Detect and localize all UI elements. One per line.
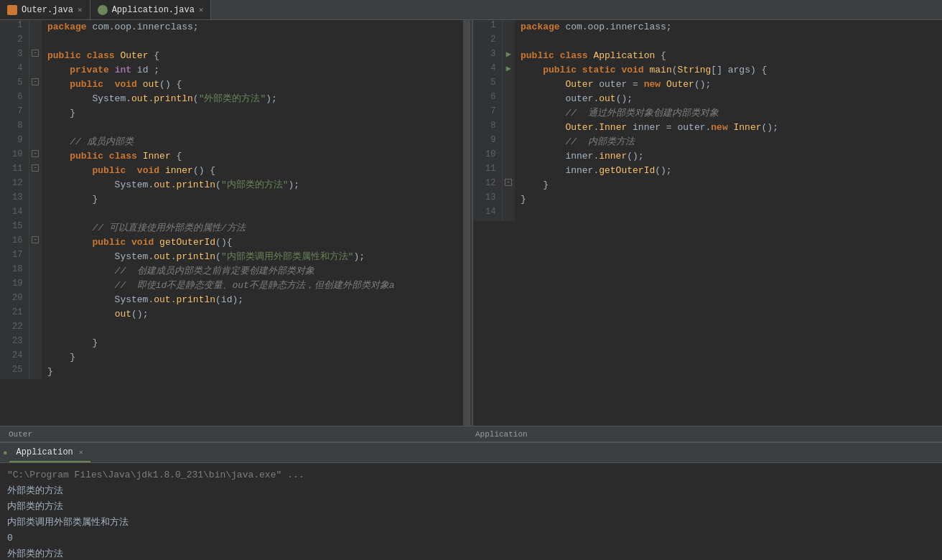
table-row: 3-public class Outer { bbox=[0, 49, 469, 63]
fold-icon[interactable]: - bbox=[32, 164, 39, 172]
line-code: outer.out(); bbox=[515, 92, 942, 106]
line-code: public void inner() { bbox=[42, 164, 469, 178]
table-row: 10 inner.inner(); bbox=[473, 149, 942, 164]
fold-icon[interactable]: - bbox=[505, 179, 512, 186]
table-row: 16- public void getOuterId(){ bbox=[0, 235, 469, 250]
line-gutter bbox=[502, 78, 515, 92]
console-tab-application[interactable]: Application ✕ bbox=[9, 443, 90, 462]
line-code: public void getOuterId(){ bbox=[42, 235, 469, 250]
fold-icon[interactable]: - bbox=[32, 236, 39, 243]
line-number: 10 bbox=[473, 149, 502, 164]
application-tab-label: Application.java bbox=[112, 5, 195, 15]
line-code bbox=[42, 34, 469, 49]
console-area: ● Application ✕ "C:\Program Files\Java\j… bbox=[0, 442, 942, 560]
console-content: "C:\Program Files\Java\jdk1.8.0_231\bin\… bbox=[0, 463, 942, 560]
line-code bbox=[42, 207, 469, 221]
line-number: 11 bbox=[473, 164, 502, 178]
right-code-pane: 1package com.oop.innerclass;2 3▶public c… bbox=[473, 20, 942, 426]
line-code: package com.oop.innerclass; bbox=[515, 20, 942, 34]
line-number: 23 bbox=[0, 336, 29, 350]
line-number: 8 bbox=[0, 121, 29, 135]
console-tab-bar: ● Application ✕ bbox=[0, 443, 942, 463]
tab-application-java[interactable]: Application.java ✕ bbox=[90, 0, 212, 19]
line-gutter bbox=[502, 164, 515, 178]
table-row: 6 System.out.println("外部类的方法"); bbox=[0, 92, 469, 106]
line-number: 5 bbox=[0, 78, 29, 92]
table-row: 6 outer.out(); bbox=[473, 92, 942, 106]
line-number: 12 bbox=[473, 178, 502, 192]
line-gutter: - bbox=[29, 78, 42, 92]
application-tab-icon bbox=[98, 5, 108, 15]
line-code: package com.oop.innerclass; bbox=[42, 20, 469, 34]
line-number: 24 bbox=[0, 350, 29, 365]
application-tab-close[interactable]: ✕ bbox=[199, 5, 204, 14]
line-gutter bbox=[29, 192, 42, 207]
line-number: 4 bbox=[473, 63, 502, 78]
outer-tab-icon bbox=[7, 5, 17, 15]
table-row: 4 private int id ; bbox=[0, 63, 469, 78]
line-number: 9 bbox=[0, 135, 29, 149]
console-tab-close-icon[interactable]: ✕ bbox=[79, 448, 83, 457]
fold-icon[interactable]: - bbox=[32, 50, 39, 57]
line-number: 15 bbox=[0, 221, 29, 235]
table-row: 1package com.oop.innerclass; bbox=[473, 20, 942, 34]
line-number: 6 bbox=[473, 92, 502, 106]
line-code: // 即使id不是静态变量、out不是静态方法，但创建外部类对象a bbox=[42, 279, 469, 293]
line-number: 16 bbox=[0, 235, 29, 250]
table-row: 17 System.out.println("内部类调用外部类属性和方法"); bbox=[0, 250, 469, 264]
table-row: 1package com.oop.innerclass; bbox=[0, 20, 469, 34]
line-code: inner.getOuterId(); bbox=[515, 164, 942, 178]
console-line: 0 bbox=[7, 531, 935, 546]
line-code bbox=[515, 207, 942, 221]
console-line: 外部类的方法 bbox=[7, 546, 935, 560]
fold-icon[interactable]: - bbox=[32, 78, 39, 85]
table-row: 15 // 可以直接使用外部类的属性/方法 bbox=[0, 221, 469, 235]
console-line: 内部类调用外部类属性和方法 bbox=[7, 515, 935, 531]
run-arrow-icon: ▶ bbox=[506, 50, 511, 60]
line-code: // 成员内部类 bbox=[42, 135, 469, 149]
line-gutter bbox=[29, 92, 42, 106]
line-gutter bbox=[29, 135, 42, 149]
line-gutter bbox=[29, 322, 42, 336]
line-gutter: - bbox=[502, 178, 515, 192]
table-row: 13} bbox=[473, 192, 942, 207]
line-number: 13 bbox=[473, 192, 502, 207]
line-code: } bbox=[42, 106, 469, 121]
run-arrow-icon: ▶ bbox=[506, 64, 511, 74]
left-code-scroll[interactable]: 1package com.oop.innerclass;2 3-public c… bbox=[0, 20, 469, 426]
line-code: } bbox=[42, 336, 469, 350]
line-gutter bbox=[29, 178, 42, 192]
line-gutter bbox=[29, 207, 42, 221]
line-gutter bbox=[29, 34, 42, 49]
tab-outer-java[interactable]: Outer.java ✕ bbox=[0, 0, 90, 19]
console-line: 外部类的方法 bbox=[7, 483, 935, 499]
line-code: } bbox=[515, 178, 942, 192]
line-number: 19 bbox=[0, 279, 29, 293]
status-left-class: Outer bbox=[6, 430, 470, 439]
tab-bar: Outer.java ✕ Application.java ✕ bbox=[0, 0, 942, 20]
line-gutter bbox=[29, 336, 42, 350]
line-gutter bbox=[29, 264, 42, 279]
line-gutter bbox=[29, 121, 42, 135]
left-scroll-indicator[interactable] bbox=[463, 20, 469, 426]
table-row: 11 inner.getOuterId(); bbox=[473, 164, 942, 178]
right-code-scroll[interactable]: 1package com.oop.innerclass;2 3▶public c… bbox=[473, 20, 942, 426]
table-row: 4▶ public static void main(String[] args… bbox=[473, 63, 942, 78]
table-row: 7 } bbox=[0, 106, 469, 121]
line-code: // 通过外部类对象创建内部类对象 bbox=[515, 106, 942, 121]
line-gutter: ▶ bbox=[502, 49, 515, 63]
table-row: 2 bbox=[0, 34, 469, 49]
line-number: 13 bbox=[0, 192, 29, 207]
line-gutter bbox=[502, 34, 515, 49]
line-number: 8 bbox=[473, 121, 502, 135]
line-code: out(); bbox=[42, 307, 469, 322]
line-number: 11 bbox=[0, 164, 29, 178]
outer-tab-close[interactable]: ✕ bbox=[78, 5, 83, 14]
line-number: 2 bbox=[473, 34, 502, 49]
table-row: 20 System.out.println(id); bbox=[0, 293, 469, 307]
line-gutter bbox=[502, 192, 515, 207]
line-number: 22 bbox=[0, 322, 29, 336]
line-number: 6 bbox=[0, 92, 29, 106]
fold-icon[interactable]: - bbox=[32, 150, 39, 157]
line-gutter bbox=[29, 20, 42, 34]
